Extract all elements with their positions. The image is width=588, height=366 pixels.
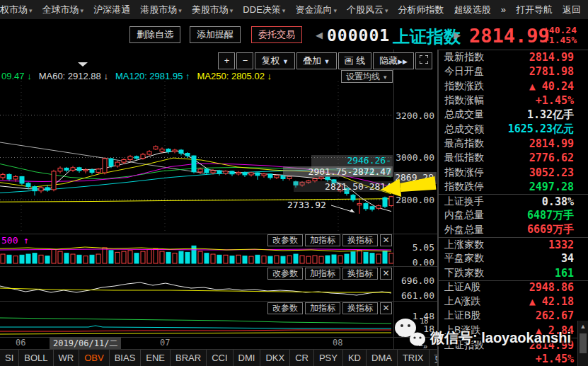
stock-code: 000001 [327, 26, 390, 45]
menu-item-打开导航[interactable]: 打开导航 [516, 4, 553, 16]
quote-row: 总成交量1.32亿手 [439, 108, 588, 122]
quote-value: 2814.99 [529, 137, 574, 150]
tab-BOLL[interactable]: BOLL [19, 350, 53, 366]
panel-button-换指标[interactable]: 换指标 [342, 234, 378, 246]
tab-KD[interactable]: KD [343, 350, 367, 366]
volume-panel-buttons: 改参数加指标换指标✕ [267, 234, 392, 246]
menu-item-权市场[interactable]: 权市场▾ [0, 4, 33, 16]
tab-DKX[interactable]: DKX [260, 350, 290, 366]
quote-label: 上证指数 [444, 339, 529, 352]
hide-button[interactable]: 隐藏▶▶ [373, 52, 414, 69]
quote-label: 最高指数 [444, 137, 529, 150]
menu-item-全球市场[interactable]: 全球市场▾ [42, 4, 84, 16]
tab-DMI[interactable]: DMI [234, 350, 261, 366]
tab-marker-icon [78, 62, 88, 67]
panel-divider [0, 301, 437, 302]
quote-value: 0.38% [542, 195, 574, 208]
quote-value: ▲ 2.84 [536, 324, 574, 337]
tab-DMA[interactable]: DMA [367, 350, 398, 366]
axis-tick-label: 18 [395, 324, 434, 334]
gap-annotation-2: 2901.75-2872.47 [283, 166, 393, 177]
menu-item-返回[interactable]: 返回 [563, 4, 581, 16]
tab-PSY[interactable]: PSY [314, 350, 343, 366]
panel-button-换指标[interactable]: 换指标 [342, 268, 378, 280]
chevron-down-icon: ▾ [230, 7, 234, 14]
overlay-button[interactable]: 叠加 ▼ [296, 52, 337, 69]
chevron-down-icon: ▾ [333, 7, 337, 14]
menu-item-DDE决策[interactable]: DDE决策▾ [243, 4, 285, 16]
panel-button-改参数[interactable]: 改参数 [267, 234, 303, 246]
quote-label: 下跌家数 [444, 267, 555, 280]
axis-tick-label: 696.00 [395, 275, 434, 286]
quote-value: 6669万手 [527, 223, 574, 236]
panel-button-换指标[interactable]: 换指标 [342, 302, 378, 314]
axis-tick-label: 661.00 [395, 290, 434, 301]
menu-item-个股风云[interactable]: 个股风云▾ [347, 4, 388, 16]
panel-button-加指标[interactable]: 加指标 [305, 302, 340, 314]
panel-button-改参数[interactable]: 改参数 [267, 302, 303, 314]
axis-tick-label: 3000.00 [395, 152, 434, 163]
quote-row: 最新指数2814.99 [439, 50, 588, 64]
ma-label: MA60: 2912.88 ↓ [39, 71, 108, 81]
tab-BRAR[interactable]: BRAR [171, 350, 207, 366]
delete-watchlist-button[interactable]: 删除自选 [129, 26, 180, 43]
quote-label: 外盘总量 [444, 224, 527, 236]
zoom-out-button[interactable]: − [236, 52, 253, 69]
quote-row: 下跌家数161 [439, 265, 588, 280]
trade-button[interactable]: 委托交易 [251, 26, 302, 43]
menu-item-分析师指数[interactable]: 分析师指数 [398, 4, 444, 16]
fullscreen-button[interactable] [415, 52, 432, 69]
date-axis: 2019/06/11/二 060708 [0, 337, 437, 349]
quote-label: 总成交额 [444, 123, 508, 136]
quote-value: 2497.28 [529, 181, 574, 193]
prev-stock-icon[interactable]: ◀ [316, 30, 323, 40]
quote-row: 上证指数2814.99 [439, 338, 588, 352]
scroll-up-icon[interactable]: ▲ [578, 321, 588, 332]
fullscreen-icon [420, 55, 428, 64]
double-arrow-icon: ▶▶ [398, 58, 408, 65]
ma-settings-button[interactable]: 设置均线 ▼ [341, 70, 393, 83]
menu-item-资金流向[interactable]: 资金流向▾ [295, 4, 337, 16]
add-alert-button[interactable]: 添加提醒 [190, 26, 241, 43]
quote-label: 最低指数 [444, 151, 529, 164]
quote-row: 上A涨跌▲ 42.18 [439, 294, 588, 309]
volume-indicator-label: 500 ↑ [1, 235, 29, 246]
quote-row: 上涨家数1332 [439, 237, 588, 251]
tab-SI[interactable]: SI [0, 350, 19, 366]
quote-row: 最低指数2776.62 [439, 151, 588, 165]
next-stock-icon[interactable]: ▶ [454, 30, 461, 40]
quote-value: 161 [555, 267, 574, 280]
ma-legend: 09.47 ↓MA60: 2912.88 ↓MA120: 2981.95 ↑MA… [1, 71, 272, 81]
tab-BIAS[interactable]: BIAS [110, 350, 142, 366]
zoom-in-button[interactable]: + [218, 52, 235, 69]
close-panel-icon[interactable]: ✕ [380, 234, 392, 246]
close-panel-icon[interactable]: ✕ [380, 268, 392, 280]
close-panel-icon[interactable]: ✕ [380, 302, 392, 314]
menu-item-»[interactable]: » [501, 4, 506, 15]
tab-WR[interactable]: WR [54, 350, 80, 366]
menu-item-港股市场[interactable]: 港股市场▾ [140, 4, 182, 16]
quote-label: 上涨家数 [444, 239, 548, 251]
panel-button-加指标[interactable]: 加指标 [305, 234, 340, 246]
quote-row: 上证A股2948.86 [439, 280, 588, 294]
menu-item-超级选股[interactable]: 超级选股 [454, 4, 491, 16]
tab-CR[interactable]: CR [290, 350, 314, 366]
quote-value: 2948.86 [529, 281, 574, 294]
quote-value: 1.32亿手 [527, 108, 574, 122]
scroll-thumb[interactable] [580, 333, 587, 353]
quote-row: 最高指数2814.99 [439, 137, 588, 151]
panel-button-加指标[interactable]: 加指标 [305, 268, 340, 280]
panel-button-改参数[interactable]: 改参数 [267, 268, 303, 280]
tab-OBV[interactable]: OBV [79, 350, 109, 366]
tab-CCI[interactable]: CCI [207, 350, 233, 366]
adjust-price-button[interactable]: 复权 ▼ [255, 52, 295, 69]
indicator-tab-bar: SIBOLLWROBVBIASENEBRARCCIDMIDKXCRPSYKDDM… [0, 349, 437, 366]
menu-item-沪深港通[interactable]: 沪深港通 [93, 4, 130, 16]
draw-line-button[interactable]: 画 线 [338, 52, 372, 69]
menu-item-美股市场[interactable]: 美股市场▾ [192, 4, 234, 16]
gap-annotation-3: 2821.50-2814 [294, 181, 393, 192]
tab-TRIX[interactable]: TRIX [398, 350, 430, 366]
quote-row: 指数涨停3052.23 [439, 165, 588, 179]
scrollbar[interactable]: ▲ [577, 321, 588, 366]
tab-ENE[interactable]: ENE [141, 350, 171, 366]
